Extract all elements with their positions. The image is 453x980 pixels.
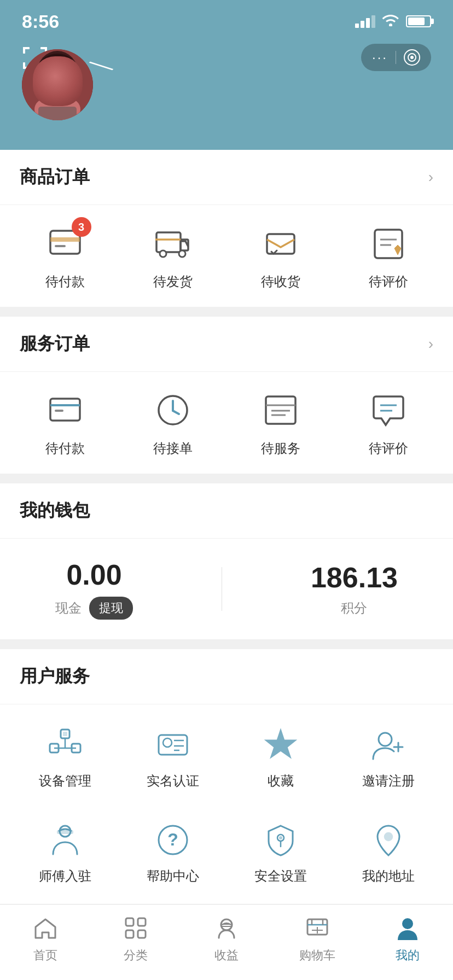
pending-ship-label: 待发货 [153, 273, 193, 290]
svg-rect-26 [156, 232, 181, 252]
svg-rect-37 [55, 410, 63, 412]
svc-payment-item[interactable]: 待付款 [11, 388, 119, 457]
pending-payment-item[interactable]: 3 待付款 [11, 221, 119, 290]
nav-cart-label: 购物车 [299, 947, 335, 964]
pending-receive-item[interactable]: 待收货 [226, 221, 334, 290]
svg-point-9 [410, 56, 414, 59]
favorites-item[interactable]: 收藏 [226, 710, 334, 805]
svg-rect-18 [68, 81, 73, 106]
user-services-header: 用户服务 [0, 649, 453, 704]
pending-payment-label: 待付款 [45, 273, 85, 290]
home-icon [31, 913, 60, 943]
svg-point-57 [379, 733, 392, 746]
pending-receive-icon [259, 221, 303, 265]
svg-rect-76 [221, 924, 232, 926]
wallet-cash-item: 0.00 现金 提现 [55, 558, 133, 620]
main-content: 商品订单 › 3 待付款 [0, 150, 453, 980]
product-order-icons: 3 待付款 [0, 205, 453, 307]
wifi-icon [382, 13, 399, 30]
svc-review-label: 待评价 [369, 440, 408, 457]
nav-mine[interactable]: 我的 [362, 913, 453, 964]
help-center-label: 帮助中心 [147, 867, 199, 885]
svg-rect-24 [50, 237, 80, 242]
invite-label: 邀请注册 [362, 772, 415, 790]
svg-point-12 [41, 63, 74, 101]
master-join-item[interactable]: 师傅入驻 [11, 805, 119, 900]
top-pill-menu[interactable]: ··· [361, 44, 431, 71]
edit-profile-icon[interactable]: ╲ [90, 54, 113, 77]
avatar[interactable] [22, 49, 93, 120]
device-mgmt-item[interactable]: 设备管理 [11, 710, 119, 805]
wallet-title: 我的钱包 [20, 499, 90, 523]
camera-icon[interactable] [404, 49, 420, 66]
master-join-label: 师傅入驻 [39, 867, 91, 885]
invite-item[interactable]: 邀请注册 [334, 710, 442, 805]
help-center-item[interactable]: ? 帮助中心 [119, 805, 226, 900]
pending-receive-label: 待收货 [261, 273, 300, 290]
svg-point-16 [60, 81, 66, 88]
svg-rect-17 [42, 81, 47, 106]
category-icon [121, 913, 150, 943]
svg-rect-72 [138, 918, 146, 926]
favorites-icon [261, 725, 300, 765]
wallet-divider [222, 567, 222, 611]
svc-accept-item[interactable]: 待接单 [119, 388, 226, 457]
svc-payment-icon [43, 388, 87, 432]
svg-point-66 [279, 836, 282, 839]
svc-serve-item[interactable]: 待服务 [226, 388, 334, 457]
services-grid: 设备管理 实名认证 [0, 704, 453, 911]
my-address-item[interactable]: 我的地址 [334, 805, 442, 900]
svg-point-67 [385, 833, 392, 841]
battery-icon [406, 15, 431, 27]
svg-point-13 [43, 70, 72, 103]
pending-payment-badge: 3 [72, 217, 91, 237]
withdraw-button[interactable]: 提现 [89, 597, 133, 620]
nav-home[interactable]: 首页 [0, 913, 91, 964]
master-join-icon [45, 820, 85, 860]
service-order-card: 服务订单 › 待付款 [0, 317, 453, 474]
security-item[interactable]: 安全设置 [226, 805, 334, 900]
svg-rect-74 [138, 930, 146, 938]
user-services-title: 用户服务 [20, 664, 90, 689]
real-name-item[interactable]: 实名认证 [119, 710, 226, 805]
svg-point-30 [179, 250, 185, 257]
service-order-title: 服务订单 [20, 332, 90, 356]
nav-category[interactable]: 分类 [91, 913, 182, 964]
svg-point-83 [402, 918, 413, 929]
product-order-header[interactable]: 商品订单 › [0, 150, 453, 205]
svc-review-icon [367, 388, 410, 432]
device-mgmt-icon [45, 725, 85, 765]
svc-payment-label: 待付款 [45, 440, 85, 457]
svc-review-item[interactable]: 待评价 [334, 388, 442, 457]
invite-icon [369, 725, 408, 765]
service-order-header[interactable]: 服务订单 › [0, 317, 453, 372]
wallet-header: 我的钱包 [0, 483, 453, 539]
security-label: 安全设置 [254, 867, 307, 885]
wallet-points-item: 186.13 积分 [311, 561, 398, 617]
svg-rect-5 [23, 62, 25, 69]
pending-review-label: 待评价 [369, 273, 408, 290]
pending-ship-icon [151, 221, 195, 265]
favorites-label: 收藏 [268, 772, 294, 790]
menu-dots-icon: ··· [372, 50, 388, 65]
pending-ship-item[interactable]: 待发货 [119, 221, 226, 290]
nav-earnings[interactable]: 收益 [181, 913, 272, 964]
pending-review-item[interactable]: 待评价 [334, 221, 442, 290]
svg-rect-22 [38, 107, 77, 120]
wallet-cash-amount: 0.00 [66, 558, 121, 591]
svg-rect-73 [126, 930, 133, 938]
product-order-card: 商品订单 › 3 待付款 [0, 150, 453, 307]
wallet-points-label: 积分 [341, 599, 367, 617]
device-mgmt-label: 设备管理 [39, 772, 91, 790]
status-time: 8:56 [22, 11, 59, 32]
nav-cart[interactable]: 购物车 [272, 913, 363, 964]
svg-point-15 [49, 81, 55, 88]
wallet-cash-label-row: 现金 提现 [55, 597, 133, 620]
service-order-chevron: › [428, 335, 433, 353]
svg-text:?: ? [167, 830, 178, 849]
top-bar-buttons[interactable]: ··· [361, 44, 431, 71]
wallet-card: 我的钱包 0.00 现金 提现 186.13 积分 [0, 483, 453, 639]
svc-accept-icon [151, 388, 195, 432]
service-order-icons: 待付款 待接单 [0, 372, 453, 474]
status-icons [355, 13, 431, 30]
